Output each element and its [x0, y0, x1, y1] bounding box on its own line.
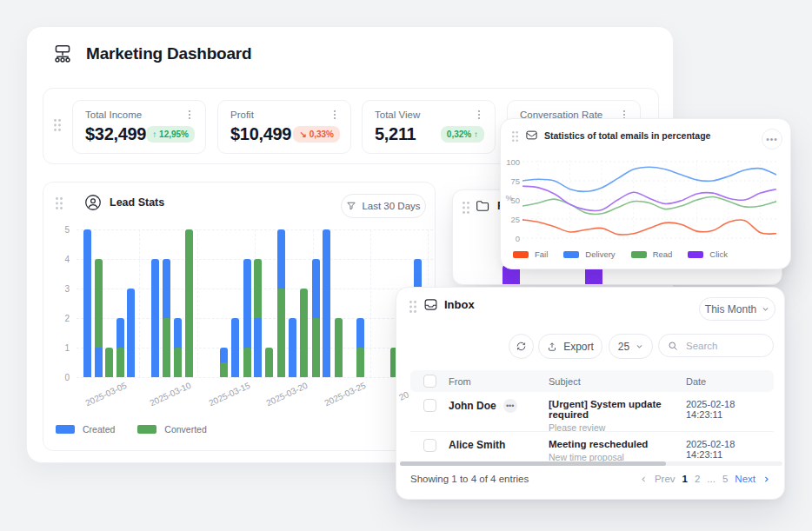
line-series-delivery	[522, 167, 776, 191]
bar-slot	[335, 229, 343, 377]
dashboard-stage: Marketing Dashboard Total Income $32,499…	[0, 0, 812, 531]
kebab-menu-icon[interactable]	[329, 110, 340, 120]
email-subject: [Urgent] System update required	[549, 399, 686, 420]
refresh-button[interactable]	[509, 334, 534, 359]
legend-label: Delivery	[585, 249, 615, 259]
inbox-card: Inbox This Month Export 25	[396, 287, 785, 500]
more-options-button[interactable]: •••	[762, 129, 782, 149]
bar-segment	[277, 289, 285, 377]
next-button[interactable]: Next	[735, 474, 755, 484]
pagination: Prev 12...5 Next	[640, 474, 770, 484]
chevron-down-icon	[636, 342, 643, 350]
bar-segment	[174, 348, 182, 377]
legend-label: Fail	[535, 249, 548, 259]
sender-name: Alice Smith	[449, 439, 505, 451]
last-30-days-filter-button[interactable]: Last 30 Days	[341, 194, 426, 218]
search-icon	[668, 341, 678, 351]
chevron-left-icon[interactable]	[640, 475, 648, 483]
bar-slot	[95, 229, 103, 377]
page-title: Marketing Dashboard	[86, 44, 251, 63]
row-more-badge[interactable]: •••	[503, 399, 517, 413]
legend-swatch	[137, 425, 156, 434]
horizontal-scrollbar	[400, 461, 782, 466]
x-tick-label: 2025-03-15	[207, 381, 251, 408]
bar-slot	[254, 229, 262, 377]
legend-swatch	[631, 251, 647, 258]
filter-label: Last 30 Days	[362, 201, 420, 211]
email-line-chart	[522, 158, 776, 245]
column-header-from: From	[449, 376, 549, 387]
page-number-5[interactable]: 5	[722, 474, 728, 484]
y-tick: 25	[503, 215, 520, 224]
table-row[interactable]: John Doe•••[Urgent] System update requir…	[410, 392, 774, 432]
legend-label: Read	[653, 249, 673, 259]
kebab-menu-icon[interactable]	[184, 110, 195, 120]
kebab-menu-icon[interactable]	[474, 110, 484, 120]
email-stats-card: Statistics of total emails in percentage…	[500, 118, 791, 269]
export-button[interactable]: Export	[538, 334, 602, 359]
bar-segment	[220, 362, 228, 377]
bar-segment	[243, 348, 251, 377]
legend-item: Converted	[137, 424, 206, 435]
refresh-icon	[516, 341, 527, 352]
bar-segment	[289, 318, 296, 377]
h-gridline	[77, 377, 433, 378]
y-tick: 0	[50, 373, 70, 382]
search-input[interactable]	[684, 340, 768, 352]
stat-label: Total View	[375, 110, 420, 120]
bar-segment	[127, 289, 135, 377]
row-checkbox[interactable]	[423, 399, 436, 412]
period-select-button[interactable]: This Month	[699, 297, 775, 321]
chevron-right-icon[interactable]	[762, 475, 770, 483]
mail-icon	[525, 129, 538, 142]
bar-segment	[116, 348, 124, 377]
legend-swatch	[513, 251, 529, 258]
drag-handle-icon[interactable]	[55, 196, 63, 210]
bar-slot	[289, 229, 296, 377]
stat-value: $10,499	[230, 124, 291, 144]
export-icon	[547, 342, 557, 352]
y-tick: 4	[50, 255, 70, 264]
legend-swatch	[563, 251, 579, 258]
legend-label: Click	[709, 249, 728, 259]
bar-segment	[83, 229, 91, 377]
legend-swatch	[688, 251, 703, 258]
x-tick-label: 2025-03-10	[148, 381, 192, 408]
email-date: 2025-02-18 14:23:11	[686, 399, 774, 420]
y-tick: 3	[50, 284, 70, 294]
select-all-checkbox[interactable]	[423, 375, 436, 388]
inbox-table-header: From Subject Date	[410, 370, 774, 392]
period-select-value: This Month	[705, 303, 756, 315]
bar-segment	[312, 318, 320, 377]
lead-chart-legend: CreatedConverted	[56, 424, 207, 435]
page-number-1[interactable]: 1	[682, 474, 688, 484]
page-number-2[interactable]: 2	[695, 474, 700, 484]
trend-badge: 0,32% ↑	[441, 126, 484, 143]
bar-segment	[300, 289, 308, 377]
drag-handle-icon[interactable]	[511, 130, 519, 143]
bar-segment	[265, 348, 273, 377]
drag-handle-icon[interactable]	[462, 201, 470, 215]
drag-handle-icon[interactable]	[53, 118, 62, 132]
sender-name: John Doe	[449, 400, 496, 412]
inbox-table: From Subject Date John Doe•••[Urgent] Sy…	[410, 370, 774, 471]
bar-segment	[151, 259, 159, 377]
folder-icon	[475, 198, 490, 214]
bar-segment	[105, 348, 113, 377]
column-header-date: Date	[686, 376, 774, 387]
bar-segment	[254, 318, 262, 377]
scrollbar-thumb[interactable]	[400, 461, 666, 466]
row-checkbox[interactable]	[423, 439, 436, 452]
bar-slot	[300, 229, 308, 377]
bar-slot	[174, 229, 182, 377]
bar-slot	[83, 229, 91, 377]
page-size-select[interactable]: 25	[609, 334, 653, 359]
lead-bar-chart	[77, 229, 433, 377]
email-stats-title: Statistics of total emails in percentage	[544, 130, 710, 141]
prev-button[interactable]: Prev	[655, 474, 676, 484]
bar-slot	[127, 229, 135, 377]
lead-stats-title: Lead Stats	[110, 196, 164, 209]
drag-handle-icon[interactable]	[409, 300, 417, 314]
x-tick-label: 2025-03-25	[323, 381, 367, 408]
bar-segment	[356, 348, 364, 377]
